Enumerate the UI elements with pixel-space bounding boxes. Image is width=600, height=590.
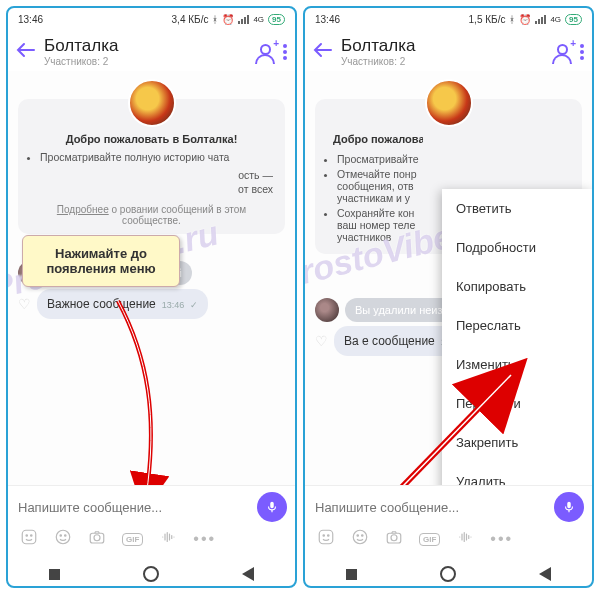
svg-point-15 — [391, 535, 397, 541]
more-attachments-icon[interactable]: ••• — [193, 530, 216, 548]
community-avatar — [425, 79, 473, 127]
welcome-card: Добро пожаловать в Болталка! Просматрива… — [18, 99, 285, 234]
chat-header: Болталка Участников: 2 + — [8, 30, 295, 71]
ctx-reply[interactable]: Ответить — [442, 189, 592, 228]
avatar — [315, 298, 339, 322]
message-input[interactable] — [16, 499, 249, 516]
community-avatar — [128, 79, 176, 127]
bluetooth-icon: ᚼ — [212, 14, 218, 25]
voice-button[interactable] — [554, 492, 584, 522]
emoji-icon[interactable] — [54, 528, 72, 550]
sticker-icon[interactable] — [317, 528, 335, 550]
camera-icon[interactable] — [88, 528, 106, 550]
like-icon[interactable]: ♡ — [18, 296, 31, 312]
home-button[interactable] — [440, 566, 456, 582]
message-bubble[interactable]: Важное сообщение 13:46 ✓ — [37, 289, 208, 319]
message-text: Ва е сообщение — [344, 334, 435, 348]
check-icon: ✓ — [190, 300, 198, 310]
battery-icon: 95 — [565, 14, 582, 25]
message-row[interactable]: ♡ Важное сообщение 13:46 ✓ — [18, 289, 285, 319]
ctx-details[interactable]: Подробности — [442, 228, 592, 267]
back-icon[interactable] — [16, 42, 36, 62]
svg-rect-0 — [22, 530, 36, 544]
signal-label: 4G — [550, 15, 561, 24]
welcome-more[interactable]: Подробнее о ровании сообщений в этом соо… — [30, 204, 273, 226]
audio-icon[interactable] — [456, 528, 474, 550]
svg-point-5 — [65, 535, 67, 537]
welcome-bullet: Просматривайте полную историю чата — [40, 151, 273, 163]
ctx-pin[interactable]: Закрепить — [442, 423, 592, 462]
emoji-icon[interactable] — [351, 528, 369, 550]
gif-icon[interactable]: GIF — [122, 533, 143, 546]
signal-label: 4G — [253, 15, 264, 24]
svg-point-9 — [323, 535, 325, 537]
svg-point-2 — [31, 535, 33, 537]
chat-title: Болталка — [341, 36, 546, 56]
recent-apps-button[interactable] — [49, 569, 60, 580]
signal-icon — [535, 15, 546, 24]
svg-point-12 — [357, 535, 359, 537]
battery-icon: 95 — [268, 14, 285, 25]
attachment-row: GIF ••• — [16, 522, 287, 552]
ctx-edit[interactable]: Изменить — [442, 345, 592, 384]
ctx-translate[interactable]: Перевести — [442, 384, 592, 423]
svg-point-7 — [94, 535, 100, 541]
ctx-delete[interactable]: Удалить — [442, 462, 592, 485]
welcome-title: Добро пожаловать в Болталка! — [333, 133, 570, 147]
status-bar: 13:46 3,4 КБ/с ᚼ ⏰ 4G 95 — [8, 8, 295, 30]
sticker-icon[interactable] — [20, 528, 38, 550]
signal-icon — [238, 15, 249, 24]
message-input[interactable] — [313, 499, 546, 516]
chat-body: Добро пожаловать в Болталка! Просматрива… — [305, 71, 592, 485]
ctx-copy[interactable]: Копировать — [442, 267, 592, 306]
chat-subtitle: Участников: 2 — [44, 56, 249, 67]
add-participant-icon[interactable]: + — [554, 44, 570, 60]
chat-header: Болталка Участников: 2 + — [305, 30, 592, 71]
chat-subtitle: Участников: 2 — [341, 56, 546, 67]
svg-point-1 — [26, 535, 28, 537]
more-menu-icon[interactable] — [283, 44, 287, 60]
svg-point-11 — [353, 530, 367, 544]
composer: GIF ••• — [305, 485, 592, 558]
back-button[interactable] — [242, 567, 254, 581]
svg-point-3 — [56, 530, 70, 544]
chat-title-block[interactable]: Болталка Участников: 2 — [44, 36, 249, 67]
home-button[interactable] — [143, 566, 159, 582]
clock: 13:46 — [18, 14, 43, 25]
like-icon[interactable]: ♡ — [315, 333, 328, 349]
callout-arrow — [88, 297, 198, 485]
gif-icon[interactable]: GIF — [419, 533, 440, 546]
back-button[interactable] — [539, 567, 551, 581]
svg-point-13 — [362, 535, 364, 537]
back-icon[interactable] — [313, 42, 333, 62]
svg-point-10 — [328, 535, 330, 537]
net-speed: 3,4 КБ/с — [172, 14, 209, 25]
screenshot-left: 13:46 3,4 КБ/с ᚼ ⏰ 4G 95 Болталка Участн… — [6, 6, 297, 588]
android-navbar — [305, 558, 592, 586]
alarm-icon: ⏰ — [222, 14, 234, 25]
chat-body: Добро пожаловать в Болталка! Просматрива… — [8, 71, 295, 485]
clock: 13:46 — [315, 14, 340, 25]
android-navbar — [8, 558, 295, 586]
more-attachments-icon[interactable]: ••• — [490, 530, 513, 548]
recent-apps-button[interactable] — [346, 569, 357, 580]
camera-icon[interactable] — [385, 528, 403, 550]
screenshot-right: 13:46 1,5 КБ/с ᚼ ⏰ 4G 95 Болталка Участн… — [303, 6, 594, 588]
message-time: 13:46 — [162, 300, 185, 310]
status-bar: 13:46 1,5 КБ/с ᚼ ⏰ 4G 95 — [305, 8, 592, 30]
message-text: Важное сообщение — [47, 297, 156, 311]
chat-title-block[interactable]: Болталка Участников: 2 — [341, 36, 546, 67]
alarm-icon: ⏰ — [519, 14, 531, 25]
ctx-forward[interactable]: Переслать — [442, 306, 592, 345]
svg-rect-8 — [319, 530, 333, 544]
bluetooth-icon: ᚼ — [509, 14, 515, 25]
context-menu: Ответить Подробности Копировать Переслат… — [442, 189, 592, 485]
more-menu-icon[interactable] — [580, 44, 584, 60]
svg-point-4 — [60, 535, 62, 537]
chat-title: Болталка — [44, 36, 249, 56]
add-participant-icon[interactable]: + — [257, 44, 273, 60]
welcome-bullet: Просматривайте — [337, 153, 570, 165]
attachment-row: GIF ••• — [313, 522, 584, 552]
audio-icon[interactable] — [159, 528, 177, 550]
voice-button[interactable] — [257, 492, 287, 522]
